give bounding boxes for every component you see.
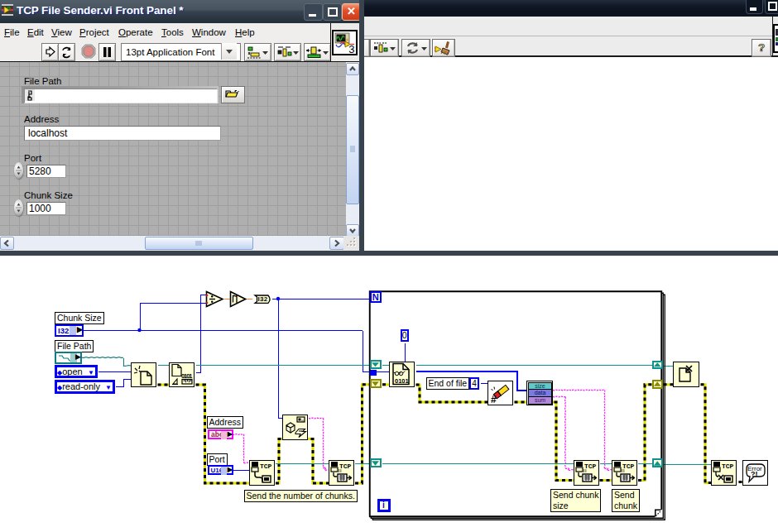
- svg-text:?!: ?!: [751, 470, 758, 478]
- svg-text:0101: 0101: [395, 377, 409, 385]
- svg-text:TCP: TCP: [584, 463, 597, 470]
- svg-text:∞: ∞: [301, 418, 305, 423]
- svg-text:TCP: TCP: [339, 463, 352, 470]
- svg-text:TCP: TCP: [722, 463, 734, 470]
- svg-text:TCP: TCP: [622, 463, 635, 470]
- svg-text:#: #: [491, 393, 497, 405]
- svg-text:0101: 0101: [181, 371, 193, 379]
- svg-text:TCP: TCP: [260, 463, 272, 470]
